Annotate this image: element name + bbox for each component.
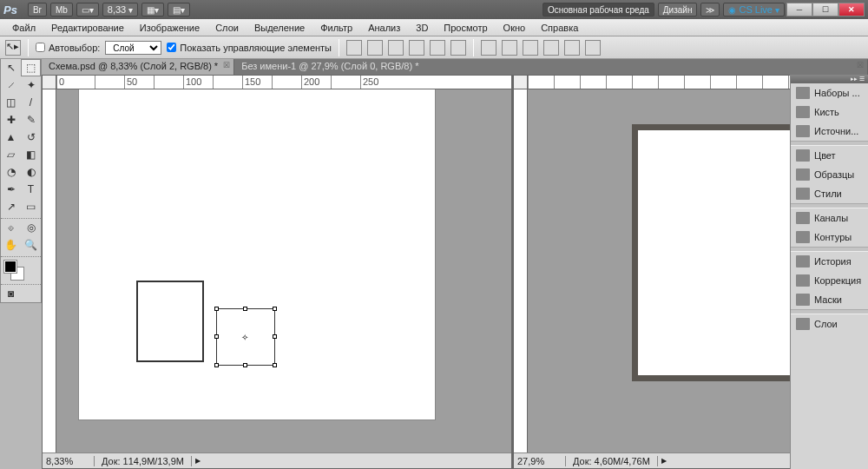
doc-tab-2[interactable]: Без имени-1 @ 27,9% (Слой 0, RGB/8) *☒ [234, 59, 868, 75]
info-menu-icon[interactable]: ▶ [195, 457, 201, 465]
menu-edit[interactable]: Редактирование [44, 21, 131, 35]
tool-gradient[interactable]: ◧ [21, 146, 41, 163]
tool-hand[interactable]: ✋ [1, 236, 21, 254]
align-icon-6[interactable] [450, 40, 466, 56]
move-tool-icon[interactable]: ↖▸ [5, 40, 21, 56]
tool-crop[interactable]: ◫ [1, 94, 21, 111]
quick-mask-button[interactable]: ◙ [1, 285, 21, 302]
zoom-field[interactable]: 8,33% [43, 456, 95, 466]
tool-blur[interactable]: ◔ [1, 163, 21, 181]
panel-adjustments[interactable]: Коррекция [791, 271, 868, 290]
tool-type[interactable]: T [21, 181, 41, 198]
menu-image[interactable]: Изображение [133, 21, 207, 35]
cslive-button[interactable]: ◉ CS Live ▾ [723, 3, 785, 17]
distribute-icon-6[interactable] [585, 40, 601, 56]
bridge-button[interactable]: Br [28, 3, 47, 17]
zoom-level-button[interactable]: 8,33 ▾ [102, 3, 138, 17]
menu-view[interactable]: Просмотр [437, 21, 494, 35]
align-icon-1[interactable] [346, 40, 362, 56]
info-menu-icon[interactable]: ▶ [661, 457, 667, 465]
close-tab-icon[interactable]: ☒ [857, 61, 864, 69]
show-controls-checkbox[interactable]: Показать управляющие элементы [167, 43, 332, 53]
canvas-area-1[interactable]: ✧ [56, 89, 511, 452]
tool-dodge[interactable]: ◐ [21, 163, 41, 181]
close-button[interactable]: ✕ [838, 3, 865, 17]
screen-mode-button[interactable]: ▭▾ [76, 3, 99, 17]
panel-masks[interactable]: Маски [791, 290, 868, 309]
menu-file[interactable]: Файл [5, 21, 43, 35]
minimize-button[interactable]: ─ [786, 3, 812, 17]
align-icon-5[interactable] [430, 40, 445, 56]
transform-handle[interactable] [243, 307, 247, 311]
extras-button[interactable]: ▤▾ [168, 3, 190, 17]
panel-layers[interactable]: Слои [791, 314, 868, 334]
arrange-documents-button[interactable]: ▦▾ [141, 3, 164, 17]
transform-handle[interactable] [243, 363, 247, 367]
tool-wand[interactable]: ✦ [21, 76, 41, 94]
distribute-icon-4[interactable] [543, 40, 559, 56]
zoom-field[interactable]: 27,9% [514, 456, 566, 466]
menu-3d[interactable]: 3D [409, 21, 435, 35]
distribute-icon-5[interactable] [564, 40, 580, 56]
tool-stamp[interactable]: ▲ [1, 129, 21, 146]
tool-eyedropper[interactable]: / [21, 94, 41, 111]
autoselect-checkbox[interactable]: Автовыбор: [36, 43, 100, 53]
align-icon-2[interactable] [367, 40, 383, 56]
distribute-icon-1[interactable] [481, 40, 496, 56]
panel-brush[interactable]: Кисть [791, 102, 868, 122]
panel-clone-source[interactable]: Источни... [791, 122, 868, 141]
transform-handle[interactable] [214, 334, 219, 339]
panel-paths[interactable]: Контуры [791, 228, 868, 247]
shape-rect-1[interactable] [136, 281, 204, 362]
workspace-main-button[interactable]: Основная рабочая среда [542, 3, 654, 17]
tool-zoom[interactable]: 🔍 [21, 236, 41, 254]
menu-analysis[interactable]: Анализ [361, 21, 407, 35]
menu-window[interactable]: Окно [496, 21, 533, 35]
ruler-vertical[interactable] [514, 89, 528, 452]
tool-path-select[interactable]: ↗ [1, 198, 21, 215]
tool-brush[interactable]: ✎ [21, 111, 41, 129]
color-swatch[interactable] [1, 257, 41, 281]
tool-move[interactable]: ↖ [1, 59, 21, 76]
panel-styles[interactable]: Стили [791, 184, 868, 203]
autoselect-target[interactable]: Слой [105, 41, 161, 55]
distribute-icon-3[interactable] [523, 40, 538, 56]
minibridge-button[interactable]: Mb [50, 3, 73, 17]
workspace-more-button[interactable]: ≫ [700, 3, 720, 17]
menu-filter[interactable]: Фильтр [313, 21, 359, 35]
workspace-design-button[interactable]: Дизайн [658, 3, 698, 17]
ruler-corner[interactable] [514, 76, 528, 89]
shape-rect-2-selected[interactable]: ✧ [216, 308, 275, 366]
panel-swatches[interactable]: Образцы [791, 165, 868, 184]
tool-marquee[interactable]: ⬚ [21, 59, 41, 76]
ruler-vertical[interactable] [43, 89, 56, 452]
transform-handle[interactable] [273, 334, 277, 339]
ruler-horizontal[interactable]: 0 50 100 150 200 250 [56, 76, 511, 89]
tool-eraser[interactable]: ▱ [1, 146, 21, 163]
align-icon-3[interactable] [388, 40, 404, 56]
canvas-1[interactable]: ✧ [79, 89, 435, 419]
doc-info[interactable]: Док: 114,9M/13,9M [95, 456, 192, 466]
menu-select[interactable]: Выделение [247, 21, 312, 35]
transform-handle[interactable] [214, 307, 219, 311]
tool-heal[interactable]: ✚ [1, 111, 21, 129]
transform-handle[interactable] [273, 363, 277, 367]
transform-handle[interactable] [214, 363, 219, 367]
transform-handle[interactable] [273, 307, 277, 311]
ruler-corner[interactable] [43, 76, 56, 89]
doc-info[interactable]: Док: 4,60M/4,76M [566, 456, 658, 466]
panel-color[interactable]: Цвет [791, 146, 868, 165]
tool-3d[interactable]: ⟐ [1, 219, 21, 236]
panel-history[interactable]: История [791, 252, 868, 271]
tool-history-brush[interactable]: ↺ [21, 129, 41, 146]
align-icon-4[interactable] [409, 40, 424, 56]
distribute-icon-2[interactable] [502, 40, 517, 56]
tool-lasso[interactable]: ⟋ [1, 76, 21, 94]
menu-layer[interactable]: Слои [208, 21, 246, 35]
close-tab-icon[interactable]: ☒ [223, 61, 230, 69]
panel-presets[interactable]: Наборы ... [791, 83, 868, 102]
maximize-button[interactable]: ☐ [812, 3, 838, 17]
tool-pen[interactable]: ✒ [1, 181, 21, 198]
doc-tab-1[interactable]: Схема.psd @ 8,33% (Слой 2, RGB/8) *☒ [42, 59, 234, 75]
tool-3d-cam[interactable]: ◎ [21, 219, 41, 236]
